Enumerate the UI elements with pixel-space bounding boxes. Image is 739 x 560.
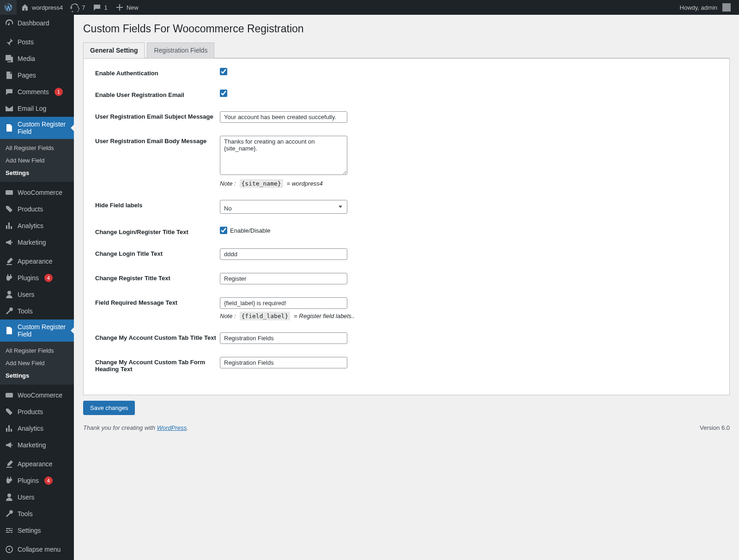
register-title-input[interactable] <box>220 273 347 284</box>
tab-heading-input[interactable] <box>220 357 347 368</box>
megaphone-icon <box>5 238 14 247</box>
login-title-label: Change Login Title Text <box>95 248 220 257</box>
enable-disable-wrapper[interactable]: Enable/Disable <box>220 227 270 234</box>
menu-analytics[interactable]: Analytics <box>0 217 74 234</box>
menu-label: Analytics <box>18 222 43 229</box>
menu-label: Products <box>18 408 43 415</box>
menu-woocommerce[interactable]: WooCommerce <box>0 184 74 201</box>
comments-menu[interactable]: 1 <box>89 0 111 15</box>
menu-products[interactable]: Products <box>0 201 74 217</box>
page-title: Custom Fields For Woocommerce Registrati… <box>83 18 730 37</box>
menu-pages[interactable]: Pages <box>0 67 74 84</box>
analytics-icon <box>5 221 14 230</box>
enable-reg-email-label: Enable User Registration Email <box>95 90 220 98</box>
menu-custom-register-field[interactable]: Custom Register Field <box>0 117 74 139</box>
wp-logo-menu[interactable] <box>0 0 17 15</box>
admin-sidebar: Dashboard Posts Media Pages Comments 1 E… <box>0 15 74 440</box>
document-icon <box>5 123 14 132</box>
menu-marketing-dup[interactable]: Marketing <box>0 437 74 440</box>
my-account-menu[interactable]: Howdy, admin <box>676 0 734 15</box>
tab-title-input[interactable] <box>220 332 347 344</box>
enable-disable-label: Enable/Disable <box>230 227 270 234</box>
site-name: wordpress4 <box>32 4 63 11</box>
menu-label: Tools <box>18 307 33 315</box>
submenu-crf: All Register Fields Add New Field Settin… <box>0 139 74 182</box>
menu-tools[interactable]: Tools <box>0 303 74 319</box>
enable-auth-checkbox[interactable] <box>220 68 227 75</box>
dashboard-icon <box>5 18 14 28</box>
comment-icon <box>5 87 14 96</box>
hide-labels-select[interactable]: No <box>220 200 347 214</box>
comments-badge: 1 <box>55 88 63 96</box>
menu-posts[interactable]: Posts <box>0 34 74 50</box>
submenu-add-new-field[interactable]: Add New Field <box>0 154 74 167</box>
menu-label: Dashboard <box>18 19 49 27</box>
pin-icon <box>5 37 14 47</box>
plugins-badge: 4 <box>44 274 53 282</box>
email-subject-label: User Registration Email Subject Message <box>95 111 220 120</box>
footer-thank-you: Thank you for creating with <box>83 424 157 431</box>
menu-plugins[interactable]: Plugins 4 <box>0 270 74 286</box>
save-changes-button[interactable]: Save changes <box>83 401 135 415</box>
menu-label: Users <box>18 291 35 298</box>
menu-analytics-dup[interactable]: Analytics <box>0 420 74 437</box>
tab-registration-fields[interactable]: Registration Fields <box>147 42 214 58</box>
submenu-settings[interactable]: Settings <box>0 369 74 382</box>
brush-icon <box>5 257 14 266</box>
menu-label: Email Log <box>18 105 46 112</box>
submenu-crf-dup: All Register Fields Add New Field Settin… <box>0 342 74 385</box>
site-name-menu[interactable]: wordpress4 <box>17 0 67 15</box>
menu-appearance[interactable]: Appearance <box>0 253 74 270</box>
update-icon <box>70 3 79 12</box>
submenu-add-new-field[interactable]: Add New Field <box>0 357 74 369</box>
new-content-menu[interactable]: New <box>111 0 142 15</box>
new-label: New <box>127 4 139 11</box>
updates-menu[interactable]: 7 <box>67 0 89 15</box>
menu-label: Custom Register Field <box>18 120 69 135</box>
svg-rect-0 <box>6 190 13 195</box>
menu-label: Appearance <box>18 258 53 265</box>
menu-media[interactable]: Media <box>0 50 74 67</box>
analytics-icon <box>5 424 14 433</box>
required-msg-input[interactable] <box>220 297 347 309</box>
email-body-textarea[interactable]: Thanks for creating an account on {site_… <box>220 136 347 175</box>
email-body-label: User Registration Email Body Message <box>95 136 220 145</box>
menu-email-log[interactable]: Email Log <box>0 100 74 117</box>
submenu-all-register-fields[interactable]: All Register Fields <box>0 344 74 357</box>
required-msg-note: Note : {field_label} = Register field la… <box>220 313 718 319</box>
footer-wordpress-link[interactable]: WordPress <box>157 424 187 431</box>
menu-products-dup[interactable]: Products <box>0 403 74 420</box>
menu-custom-register-field-dup[interactable]: Custom Register Field <box>0 319 74 342</box>
submenu-all-register-fields[interactable]: All Register Fields <box>0 142 74 154</box>
tabs: General Setting Registration Fields <box>83 42 730 58</box>
menu-woocommerce-dup[interactable]: WooCommerce <box>0 387 74 403</box>
products-icon <box>5 205 14 214</box>
login-title-input[interactable] <box>220 248 347 260</box>
menu-label: Plugins <box>18 274 39 282</box>
register-title-label: Change Register Title Text <box>95 273 220 282</box>
change-title-checkbox[interactable] <box>220 227 227 234</box>
menu-label: Products <box>18 205 43 213</box>
updates-count: 7 <box>82 4 85 11</box>
howdy-label: Howdy, admin <box>680 4 717 11</box>
menu-label: Media <box>18 55 35 62</box>
email-icon <box>5 104 14 113</box>
submenu-settings[interactable]: Settings <box>0 167 74 179</box>
menu-comments[interactable]: Comments 1 <box>0 84 74 100</box>
comment-icon <box>92 3 102 12</box>
change-login-register-label: Change Login/Register Title Text <box>95 227 220 235</box>
email-subject-input[interactable] <box>220 111 347 123</box>
menu-dashboard[interactable]: Dashboard <box>0 15 74 31</box>
menu-label: Marketing <box>18 239 46 246</box>
home-icon <box>20 3 30 12</box>
menu-users[interactable]: Users <box>0 286 74 303</box>
enable-reg-email-checkbox[interactable] <box>220 90 227 97</box>
footer-version: Version 6.0 <box>700 424 730 431</box>
admin-footer: Thank you for creating with WordPress. V… <box>83 424 730 431</box>
menu-marketing[interactable]: Marketing <box>0 234 74 251</box>
woo-icon <box>5 188 14 197</box>
required-msg-label: Field Required Message Text <box>95 297 220 306</box>
current-indicator-icon <box>71 124 74 132</box>
tab-general-setting[interactable]: General Setting <box>83 42 145 58</box>
enable-auth-label: Enable Authentication <box>95 68 220 77</box>
